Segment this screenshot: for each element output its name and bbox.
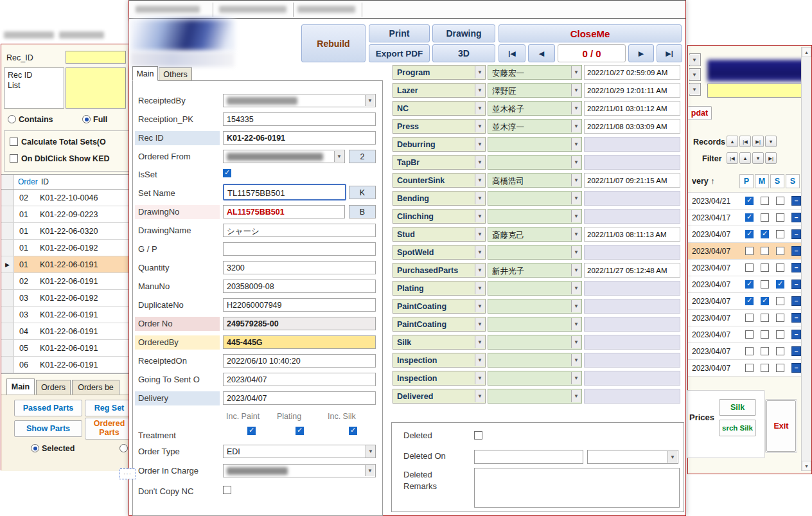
- ordered-by-input[interactable]: 445-445G: [223, 335, 376, 349]
- process-person-select[interactable]: 安藤宏一 ▼: [488, 65, 582, 80]
- order-row[interactable]: 04 K01-22-06-0191: [1, 323, 134, 340]
- flag-m-checkbox[interactable]: [761, 263, 769, 272]
- receipted-on-input[interactable]: 2022/06/10 10:40:20: [223, 354, 376, 368]
- blurred-title-tab[interactable]: [136, 6, 200, 13]
- delivery-row[interactable]: 2023/04/07: [688, 243, 801, 260]
- flag-p-checkbox[interactable]: [745, 297, 754, 305]
- row-detail-button[interactable]: [791, 280, 801, 289]
- process-select[interactable]: SpotWeld ▼: [393, 245, 486, 260]
- reg-set-button[interactable]: Reg Set: [85, 400, 134, 416]
- process-select[interactable]: Silk ▼: [393, 335, 486, 350]
- cutoff-combo[interactable]: ▼: [689, 53, 701, 66]
- process-select[interactable]: Delivered ▼: [393, 389, 486, 404]
- flag-s-checkbox[interactable]: [776, 247, 784, 255]
- manu-no-input[interactable]: 20358009-08: [223, 280, 376, 293]
- isset-checkbox[interactable]: [223, 169, 231, 177]
- gp-input[interactable]: [223, 242, 376, 256]
- flag-p-checkbox[interactable]: [745, 347, 754, 355]
- flag-m-checkbox[interactable]: [761, 197, 769, 205]
- flag-p-checkbox[interactable]: [745, 263, 754, 272]
- process-person-select[interactable]: ▼: [488, 353, 582, 368]
- process-person-select[interactable]: ▼: [488, 299, 582, 314]
- dblclick-checkbox[interactable]: [10, 154, 18, 163]
- order-row[interactable]: 05 K01-22-06-0191: [1, 340, 134, 357]
- close-me-button[interactable]: CloseMe: [499, 24, 682, 42]
- delivery-row[interactable]: 2023/04/07: [688, 326, 801, 343]
- flag-m-checkbox[interactable]: [761, 247, 769, 255]
- process-person-select[interactable]: ▼: [488, 245, 582, 260]
- flag-s-checkbox[interactable]: [776, 263, 784, 272]
- record-first-button[interactable]: |◀: [739, 136, 751, 147]
- process-select[interactable]: Bending ▼: [393, 191, 486, 206]
- order-row[interactable]: 06 K01-22-06-0191: [1, 357, 134, 373]
- set-name-k-box[interactable]: K: [349, 186, 376, 199]
- set-name-input[interactable]: TL11575BB501: [223, 184, 346, 200]
- process-person-select[interactable]: ▼: [488, 389, 582, 404]
- col-header-s2[interactable]: S: [786, 174, 800, 188]
- process-select[interactable]: TapBr ▼: [393, 155, 486, 170]
- process-select[interactable]: CounterSink ▼: [393, 173, 486, 188]
- order-row[interactable]: 01 K01-22-09-0223: [1, 206, 134, 223]
- flag-p-checkbox[interactable]: [745, 280, 754, 289]
- order-no-input[interactable]: 249579285-00: [223, 317, 376, 330]
- process-person-select[interactable]: ▼: [488, 371, 582, 386]
- row-detail-button[interactable]: [791, 346, 801, 356]
- delivery-sort-header-cutoff[interactable]: very ↑: [692, 177, 714, 186]
- tab-others[interactable]: Others: [159, 67, 192, 81]
- process-select[interactable]: PaintCoating ▼: [393, 299, 486, 314]
- delivery-row[interactable]: 2023/04/07: [688, 360, 801, 377]
- process-select[interactable]: Inspection ▼: [393, 353, 486, 368]
- flag-s-checkbox[interactable]: [776, 280, 784, 289]
- record-up-button[interactable]: ▲: [727, 136, 738, 147]
- delivery-input[interactable]: 2023/04/07: [223, 391, 376, 405]
- process-select[interactable]: Lazer ▼: [393, 83, 486, 98]
- process-select[interactable]: Stud ▼: [393, 227, 486, 242]
- filter-up-button[interactable]: ▲: [739, 152, 751, 164]
- flag-m-checkbox[interactable]: [761, 330, 769, 339]
- flag-p-checkbox[interactable]: [745, 197, 754, 205]
- cutoff-combo[interactable]: ▼: [689, 68, 701, 81]
- process-person-select[interactable]: 並木淳一 ▼: [488, 119, 582, 134]
- row-detail-button[interactable]: [791, 246, 801, 256]
- receipted-by-combo[interactable]: ▼: [223, 94, 376, 107]
- process-select[interactable]: PaintCoating ▼: [393, 317, 486, 332]
- dots-button[interactable]: [119, 468, 136, 479]
- flag-m-checkbox[interactable]: [761, 314, 769, 322]
- rec-id-input[interactable]: K01-22-06-0191: [223, 131, 376, 145]
- process-select[interactable]: Deburring ▼: [393, 137, 486, 152]
- process-person-select[interactable]: ▼: [488, 281, 582, 296]
- process-person-select[interactable]: ▼: [488, 335, 582, 350]
- id-column-header[interactable]: ID: [39, 177, 134, 186]
- ordered-parts-button[interactable]: Ordered Parts: [85, 418, 134, 440]
- process-select[interactable]: Clinching ▼: [393, 209, 486, 224]
- chevron-down-icon[interactable]: ▼: [366, 445, 375, 458]
- row-detail-button[interactable]: [791, 196, 801, 206]
- contains-radio[interactable]: [8, 115, 16, 123]
- drawing-name-input[interactable]: シャーシ: [223, 224, 376, 237]
- delivery-row[interactable]: 2023/04/07: [688, 226, 801, 243]
- process-person-select[interactable]: ▼: [488, 317, 582, 332]
- process-select[interactable]: NC ▼: [393, 101, 486, 116]
- flag-p-checkbox[interactable]: [745, 364, 754, 372]
- drawing-no-input[interactable]: AL11575BB501: [223, 205, 345, 218]
- flag-p-checkbox[interactable]: [745, 330, 754, 339]
- srch-silk-button[interactable]: srch Silk: [719, 420, 756, 436]
- row-detail-button[interactable]: [791, 296, 801, 306]
- scrollbar[interactable]: ▲ ▼: [801, 47, 811, 471]
- tab-main[interactable]: Main: [6, 378, 35, 395]
- 3d-button[interactable]: 3D: [432, 44, 495, 62]
- nav-last-button[interactable]: ▶|: [657, 44, 682, 62]
- filter-down-button[interactable]: ▼: [752, 152, 764, 164]
- rebuild-button[interactable]: Rebuild: [301, 24, 366, 62]
- deleted-remarks-textarea[interactable]: [474, 468, 680, 508]
- dont-copy-nc-checkbox[interactable]: [223, 486, 231, 494]
- blurred-window-tab[interactable]: [59, 31, 104, 39]
- row-detail-button[interactable]: [791, 263, 801, 272]
- process-person-select[interactable]: 斎藤克己 ▼: [488, 227, 582, 242]
- rec-id-list-box[interactable]: [66, 67, 126, 109]
- delivery-row[interactable]: 2023/04/07: [688, 293, 801, 310]
- deleted-on-input[interactable]: [474, 450, 583, 464]
- filter-first-button[interactable]: |◀: [727, 152, 738, 164]
- order-row[interactable]: 03 K01-22-06-0192: [1, 290, 134, 307]
- show-parts-button[interactable]: Show Parts: [14, 420, 82, 437]
